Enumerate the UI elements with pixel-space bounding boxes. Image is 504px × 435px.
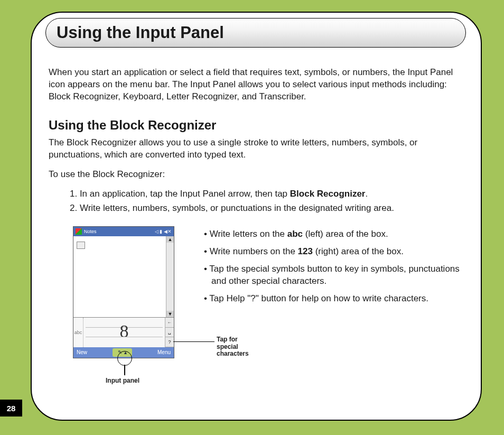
title-bar: Using the Input Panel (45, 18, 466, 48)
windows-flag-icon (76, 228, 82, 235)
pda-scrollbar: ▲ ▼ (166, 236, 174, 317)
pda-device: Notes ◁ ▮ ◀✕ ▲ ▼ abc (73, 226, 174, 358)
tip-2-suffix: (right) area of the box. (313, 246, 404, 256)
ime-backspace-button: ← (165, 318, 174, 328)
page-number: 28 (7, 404, 16, 413)
ime-writing-area: 8 (83, 318, 165, 347)
callout-circle (117, 351, 132, 366)
tip-2-bold: 123 (298, 246, 313, 256)
softkey-new: New (77, 349, 87, 356)
page-title: Using the Input Panel (57, 23, 224, 42)
pda-body: ▲ ▼ (73, 236, 174, 317)
pda-figure: Notes ◁ ▮ ◀✕ ▲ ▼ abc (73, 226, 179, 358)
step-1-bold: Block Recognizer (290, 189, 366, 199)
step-1: 1. In an application, tap the Input Pane… (70, 188, 464, 200)
intro-paragraph: When you start an application or select … (49, 67, 464, 103)
step-1-prefix: 1. In an application, tap the Input Pane… (70, 189, 290, 199)
block-recognizer-panel: abc 8 ← ␣ ? (73, 317, 174, 347)
pda-titlebar: Notes ◁ ▮ ◀✕ (73, 227, 174, 236)
step-2: 2. Write letters, numbers, symbols, or p… (70, 202, 464, 215)
note-thumbnail-icon (77, 242, 85, 249)
ime-side-buttons: ← ␣ ? (165, 318, 174, 347)
callout-line-horizontal (173, 341, 214, 343)
tips-list: • Write letters on the abc (left) area o… (191, 226, 464, 310)
figure-row: Notes ◁ ▮ ◀✕ ▲ ▼ abc (49, 226, 464, 358)
step-1-suffix: . (365, 189, 368, 199)
callout-special-chars-label: Tap for special characters (217, 336, 249, 358)
section-intro: The Block Recognizer allows you to use a… (49, 137, 464, 161)
tip-1-bold: abc (287, 229, 303, 239)
softkey-menu: Menu (157, 349, 171, 356)
tip-4: • Tap Help "?" button for help on how to… (191, 293, 464, 305)
tip-1: • Write letters on the abc (left) area o… (191, 228, 464, 240)
tip-1-suffix: (left) area of the box. (303, 229, 388, 239)
ime-sample-glyph: 8 (120, 319, 129, 344)
callout-line-vertical (124, 365, 125, 375)
pda-note-area (73, 236, 166, 317)
page-number-tab: 28 (0, 400, 22, 417)
document-card: Using the Input Panel When you start an … (31, 12, 482, 421)
tip-1-prefix: • Write letters on the (204, 229, 287, 239)
scroll-up-icon: ▲ (166, 236, 174, 243)
tip-2: • Write numbers on the 123 (right) area … (191, 246, 464, 258)
tip-3: • Tap the special symbols button to key … (191, 263, 464, 288)
pda-app-title: Notes (84, 228, 97, 235)
ime-abc-label: abc (73, 318, 83, 347)
content-area: When you start an application or select … (49, 67, 464, 358)
section-heading: Using the Block Recognizer (49, 117, 464, 134)
scroll-down-icon: ▼ (166, 311, 174, 317)
tip-2-prefix: • Write numbers on the (204, 246, 298, 256)
pda-status-icons: ◁ ▮ ◀✕ (155, 228, 172, 235)
steps-lead-in: To use the Block Recognizer: (49, 169, 464, 181)
callout-input-panel-label: Input panel (106, 376, 139, 385)
ime-help-button: ? (165, 337, 174, 347)
ime-space-button: ␣ (165, 328, 174, 338)
